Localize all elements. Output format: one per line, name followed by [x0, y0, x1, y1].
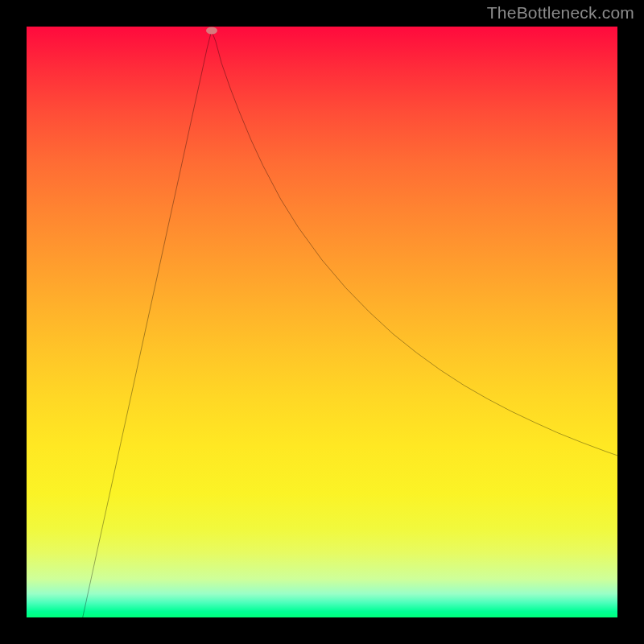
- chart-frame: TheBottleneck.com: [0, 0, 644, 644]
- minimum-marker: [206, 27, 217, 35]
- watermark-text: TheBottleneck.com: [487, 3, 634, 23]
- curve-svg: [27, 27, 617, 617]
- curve-path: [83, 31, 617, 617]
- plot-area: [27, 27, 617, 617]
